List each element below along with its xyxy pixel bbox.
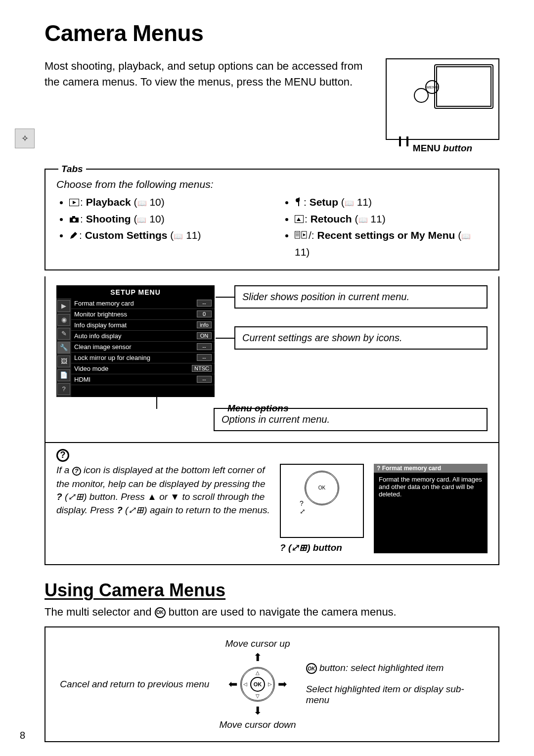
tab-item-custom-settings: : Custom Settings ( 11)	[69, 227, 262, 244]
tab-icon-shooting: ◉	[57, 314, 70, 326]
callout-slider: Slider shows position in current menu.	[234, 285, 488, 309]
tab-item-setup: : Setup ( 11)	[295, 194, 488, 211]
menu-item-label: Lock mirror up for cleaning	[74, 354, 150, 361]
page-title: Camera Menus	[44, 20, 499, 46]
tab-item-shooting: : Shooting ( 10)	[69, 211, 262, 228]
tab-icon-retouch: 🖼	[57, 356, 70, 367]
menu-item-label: Video mode	[74, 365, 108, 372]
selector-down-label: Move cursor down	[219, 719, 296, 730]
menu-item: Video modeNTSC	[71, 363, 215, 374]
tabs-section: Tabs Choose from the following menus: : …	[44, 169, 499, 270]
svg-marker-1	[73, 201, 76, 204]
menu-item-value: --	[197, 300, 212, 307]
multi-selector-diagram: Cancel and return to previous menu Move …	[44, 626, 499, 742]
arrow-right-icon: ➡	[278, 678, 287, 691]
arrow-left-icon: ⬅	[228, 678, 237, 691]
intro-paragraph: Most shooting, playback, and setup optio…	[44, 58, 371, 154]
tab-icon-playback: ▶	[57, 300, 70, 312]
menu-item-label: Format memory card	[74, 300, 134, 307]
selector-ok-label: OK button: select highlighted item	[306, 663, 484, 674]
using-heading: Using Camera Menus	[44, 580, 499, 601]
setup-menu-screenshot: SETUP MENU ▶ ◉ ✎ 🔧 🖼 📄 ? Format memory c…	[56, 285, 215, 397]
svg-rect-7	[295, 231, 300, 238]
menu-item: HDMI--	[71, 374, 215, 385]
camera-illustration: MENU MENU button	[386, 58, 499, 154]
menu-button-label-suffix: button	[441, 143, 472, 153]
tab-icon-setup: 🔧	[57, 342, 70, 354]
question-icon: ?	[56, 449, 69, 462]
tab-icon-help: ?	[57, 383, 70, 395]
callout-current-settings: Current settings are shown by icons.	[234, 326, 488, 350]
menu-item-label: HDMI	[74, 376, 90, 383]
menu-item: Monitor brightness0	[71, 309, 215, 320]
svg-marker-5	[70, 232, 77, 239]
help-section: ? If a ? icon is displayed at the bottom…	[44, 442, 499, 565]
menu-item-value: info	[197, 321, 212, 328]
menu-item: Lock mirror up for cleaning--	[71, 353, 215, 363]
menu-button-label-prefix: MENU	[413, 143, 441, 153]
setup-menu-title: SETUP MENU	[56, 285, 215, 298]
multi-selector-ring: △▽◁▷ OK	[240, 667, 275, 702]
help-button-label: ? (⤢⊞) button	[280, 542, 364, 553]
selector-up-label: Move cursor up	[225, 638, 290, 649]
camera-back-illustration: OK ?⤢	[280, 464, 364, 538]
arrow-down-icon: ⬇	[253, 705, 262, 717]
help-popup-title: ? Format memory card	[374, 464, 488, 473]
menu-item-value: ON	[197, 332, 212, 339]
svg-rect-3	[72, 216, 75, 218]
menu-item-value: --	[197, 376, 212, 383]
tab-item-recent-settings: /: Recent settings or My Menu ( 11)	[295, 227, 488, 260]
menu-button-icon: MENU	[425, 80, 439, 94]
ok-icon: OK	[155, 607, 166, 618]
menu-item-label: Clean image sensor	[74, 343, 132, 351]
menu-item-label: Info display format	[74, 321, 127, 329]
selector-left-label: Cancel and return to previous menu	[60, 679, 209, 690]
menu-item-label: Monitor brightness	[74, 311, 127, 318]
menu-item: Auto info displayON	[71, 331, 215, 342]
tab-item-retouch: : Retouch ( 11)	[295, 211, 488, 228]
tab-icon-recent: 📄	[57, 369, 70, 381]
svg-point-4	[73, 219, 76, 222]
help-popup: ? Format memory card Format the memory c…	[374, 464, 488, 553]
recent-icon	[295, 228, 308, 245]
menu-item: Format memory card--	[71, 298, 215, 309]
camera-icon	[69, 212, 79, 228]
svg-marker-12	[303, 233, 306, 236]
using-intro: The multi selector and OK button are use…	[44, 606, 499, 619]
menu-item-value: --	[197, 343, 212, 350]
help-text: If a ? icon is displayed at the bottom l…	[56, 464, 270, 553]
selector-right-label: Select highlighted item or display sub-m…	[306, 684, 484, 706]
tabs-legend: Tabs	[58, 164, 86, 175]
menu-item-label: Auto info display	[74, 332, 121, 340]
tab-icon-custom: ✎	[57, 328, 70, 340]
tabs-desc: Choose from the following menus:	[56, 178, 488, 190]
menu-item-value: --	[197, 354, 212, 361]
ok-icon-inline: OK	[306, 663, 317, 674]
chapter-tab-icon: ✧	[15, 129, 35, 148]
pencil-icon	[69, 228, 78, 245]
help-popup-body: Format the memory card. All images and o…	[379, 476, 483, 498]
menu-item-value: 0	[197, 311, 212, 317]
ok-button-icon: OK	[250, 677, 265, 692]
tab-item-playback: : Playback ( 10)	[69, 194, 262, 211]
wrench-icon	[295, 195, 303, 211]
arrow-up-icon: ⬆	[253, 651, 262, 664]
menu-item: Clean image sensor--	[71, 342, 215, 353]
page-number: 8	[20, 730, 25, 741]
playback-icon	[69, 195, 79, 211]
retouch-icon	[295, 212, 304, 228]
menu-item: Info display formatinfo	[71, 320, 215, 331]
menu-item-value: NTSC	[192, 365, 212, 372]
callout-menu-options: Options in current menu.	[214, 408, 488, 431]
